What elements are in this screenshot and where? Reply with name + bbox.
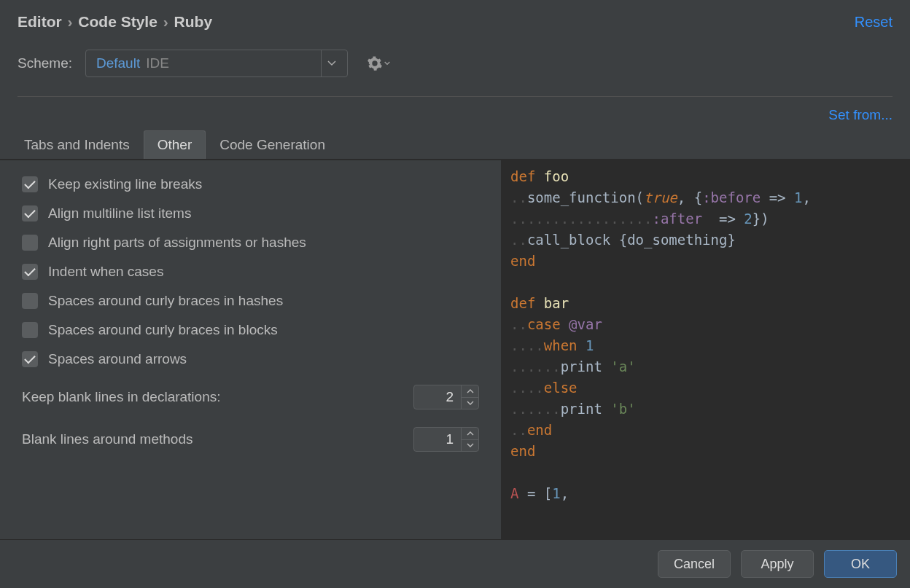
scheme-scope: IDE — [146, 55, 169, 71]
scheme-label: Scheme: — [18, 55, 72, 71]
gear-icon[interactable] — [367, 55, 390, 71]
check-label: Indent when cases — [48, 264, 163, 280]
check-label: Spaces around curly braces in hashes — [48, 293, 283, 309]
stepper-up-icon[interactable] — [462, 385, 478, 398]
crumb-sep-1: › — [68, 13, 73, 30]
tab-tabs-and-indents[interactable]: Tabs and Indents — [10, 130, 144, 159]
divider — [18, 96, 892, 97]
cancel-button[interactable]: Cancel — [658, 550, 731, 578]
scheme-name: Default — [96, 55, 140, 71]
stepper-blank-lines-methods[interactable] — [413, 427, 479, 452]
crumb-editor[interactable]: Editor — [18, 13, 62, 30]
crumb-ruby: Ruby — [174, 13, 213, 30]
check-spaces-arrows[interactable] — [22, 351, 38, 367]
crumb-sep-2: › — [163, 13, 168, 30]
check-keep-line-breaks[interactable] — [22, 176, 38, 192]
check-indent-when-cases[interactable] — [22, 264, 38, 280]
breadcrumb: Editor › Code Style › Ruby — [18, 13, 212, 31]
code-preview: def foo ..some_function(true, {:before =… — [502, 160, 910, 539]
set-from-link[interactable]: Set from... — [828, 107, 892, 123]
tabs: Tabs and Indents Other Code Generation — [0, 130, 910, 160]
stepper-input[interactable] — [414, 389, 461, 405]
check-label: Keep existing line breaks — [48, 176, 202, 192]
options-panel: Keep existing line breaks Align multilin… — [0, 160, 502, 539]
stepper-blank-lines-decl[interactable] — [413, 385, 479, 409]
scheme-select[interactable]: Default IDE — [85, 50, 348, 77]
stepper-up-icon[interactable] — [462, 428, 478, 440]
footer: Cancel Apply OK — [0, 539, 910, 588]
apply-button[interactable]: Apply — [741, 550, 814, 578]
chevron-down-icon[interactable] — [321, 50, 343, 77]
check-align-right-parts[interactable] — [22, 235, 38, 251]
ok-button[interactable]: OK — [824, 550, 897, 578]
tab-other[interactable]: Other — [144, 130, 206, 159]
stepper-down-icon[interactable] — [462, 440, 478, 452]
stepper-input[interactable] — [414, 431, 461, 447]
check-align-multiline[interactable] — [22, 205, 38, 222]
check-spaces-blocks[interactable] — [22, 322, 38, 338]
crumb-code-style[interactable]: Code Style — [78, 13, 158, 30]
check-label: Spaces around arrows — [48, 351, 187, 367]
check-label: Align multiline list items — [48, 205, 191, 222]
check-label: Spaces around curly braces in blocks — [48, 322, 278, 338]
tab-code-generation[interactable]: Code Generation — [206, 130, 339, 159]
num-label-blank-lines-decl: Keep blank lines in declarations: — [22, 389, 221, 405]
stepper-down-icon[interactable] — [462, 398, 478, 409]
check-label: Align right parts of assignments or hash… — [48, 235, 306, 251]
check-spaces-hashes[interactable] — [22, 293, 38, 309]
num-label-blank-lines-methods: Blank lines around methods — [22, 431, 192, 447]
reset-link[interactable]: Reset — [855, 14, 892, 31]
